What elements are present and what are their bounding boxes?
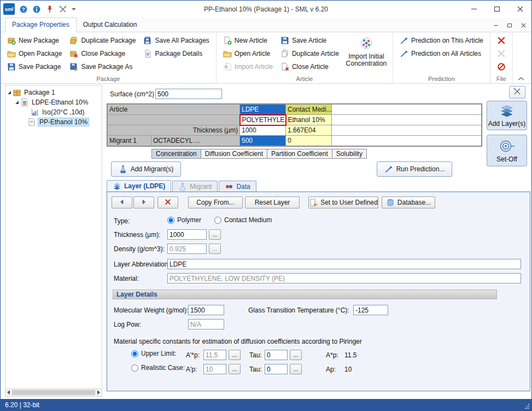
- import-initial-concentration-button[interactable]: Import Initial Concentration: [344, 34, 388, 73]
- help-icon[interactable]: ?: [19, 5, 28, 14]
- add-migrants-button[interactable]: Add Migrant(s): [111, 161, 181, 177]
- radio-realistic-case[interactable]: Realistic Case:: [131, 364, 185, 372]
- tab-diffusion-coefficient[interactable]: Diffusion Coefficient: [201, 149, 267, 159]
- tab-package-properties[interactable]: Package Properties: [5, 18, 77, 32]
- grid-layer-header-cell[interactable]: LDPE: [240, 105, 286, 115]
- scroll-left-icon[interactable]: [7, 390, 10, 395]
- grid-migrant-name-cell[interactable]: OCTADECYL ...: [151, 136, 240, 146]
- grid-filler-cell: [332, 115, 482, 125]
- grid-medium-concentration-cell[interactable]: 0: [286, 136, 332, 146]
- save-all-packages-button[interactable]: Save All Packages: [141, 34, 211, 47]
- previous-layer-button[interactable]: [112, 196, 132, 209]
- tree-item-label-selected[interactable]: PP-Ethanol 10%: [38, 118, 89, 126]
- grid-medium-thickness-cell[interactable]: 1.667E04: [286, 125, 332, 136]
- tab-output-calculation[interactable]: Output Calculation: [77, 18, 144, 32]
- surface-label: Surface (cm^2): [110, 90, 154, 98]
- tree-item-pp-ethanol[interactable]: PP-Ethanol 10%: [5, 117, 102, 127]
- tab-solubility[interactable]: Solubility: [332, 149, 367, 159]
- tree-item-package-1[interactable]: Package 1: [5, 88, 102, 97]
- save-package-as-button[interactable]: Save Package As: [67, 61, 138, 73]
- delete-layer-button[interactable]: [157, 196, 178, 209]
- grid-layer-concentration-cell[interactable]: 500: [240, 136, 286, 146]
- tab-concentration[interactable]: Concentration: [151, 149, 201, 159]
- tab-data[interactable]: Data: [219, 181, 256, 192]
- tree-item-label[interactable]: Iso(20°C ,10d): [41, 108, 86, 116]
- expander-icon[interactable]: [15, 101, 19, 104]
- database-button[interactable]: Database...: [382, 196, 435, 209]
- set-to-user-defined-label: Set to User Defined: [320, 199, 378, 206]
- radio-upper-limit[interactable]: Upper Limit:: [131, 350, 177, 357]
- mdi-close-button[interactable]: [517, 20, 529, 30]
- save-package-button[interactable]: Save Package: [5, 61, 64, 73]
- reset-layer-button[interactable]: Reset Layer: [245, 196, 300, 209]
- grid-layer-material-cell[interactable]: POLYETHYLE...: [240, 115, 286, 125]
- radio-contact-medium-input[interactable]: [214, 217, 221, 224]
- radio-contact-medium[interactable]: Contact Medium: [214, 216, 272, 224]
- prediction-all-articles-button[interactable]: Prediction on All Articles: [397, 48, 486, 60]
- realistic-tau-browse-button[interactable]: ...: [290, 364, 302, 374]
- upper-tau-browse-button[interactable]: ...: [290, 350, 302, 360]
- set-to-user-defined-button[interactable]: Set to User Defined: [308, 196, 378, 209]
- tree-horizontal-scrollbar[interactable]: [5, 388, 102, 396]
- new-article-button[interactable]: New Article: [221, 34, 275, 47]
- radio-realistic-case-input[interactable]: [131, 364, 138, 372]
- add-layers-button[interactable]: Add Layer(s): [487, 101, 527, 130]
- realistic-ap-browse-button[interactable]: ...: [229, 364, 241, 374]
- tools-icon[interactable]: [59, 5, 67, 14]
- thickness-browse-button[interactable]: ...: [209, 229, 221, 240]
- mdi-restore-button[interactable]: [504, 20, 516, 30]
- expander-icon[interactable]: [8, 91, 11, 94]
- close-button[interactable]: [508, 1, 531, 18]
- close-package-button[interactable]: Close Package: [67, 48, 138, 60]
- grid-layer-thickness-cell[interactable]: 1000: [240, 125, 286, 136]
- collapse-ribbon-icon[interactable]: [517, 76, 525, 82]
- material-label: Material:: [114, 275, 139, 282]
- pin-icon[interactable]: [45, 5, 54, 14]
- upper-result-label: A*p:: [326, 351, 338, 359]
- radio-polymer[interactable]: Polymer: [167, 216, 201, 224]
- file-close-button[interactable]: [495, 34, 508, 47]
- save-article-button[interactable]: Save Article: [278, 34, 341, 47]
- grid-medium-header-cell[interactable]: Contact Medi...: [286, 105, 332, 115]
- open-package-button[interactable]: Open Package: [5, 48, 64, 60]
- tab-layer[interactable]: Layer (LDPE): [107, 180, 171, 192]
- file-abort-button[interactable]: [495, 61, 508, 73]
- prediction-this-article-button[interactable]: Prediction on This Article: [397, 34, 486, 47]
- tab-partition-coefficient[interactable]: Partition Coefficient: [267, 149, 332, 159]
- glass-transition-input[interactable]: [353, 305, 388, 315]
- radio-polymer-input[interactable]: [167, 217, 174, 224]
- next-layer-button[interactable]: [133, 196, 154, 209]
- scroll-right-icon[interactable]: [97, 390, 100, 395]
- package-details-button[interactable]: Package Details: [141, 48, 211, 60]
- mdi-minimize-button[interactable]: [490, 20, 502, 30]
- surface-input[interactable]: [155, 89, 222, 99]
- tree-item-label[interactable]: Package 1: [23, 89, 56, 96]
- realistic-tau-input[interactable]: [265, 364, 288, 374]
- tree-item-iso-condition[interactable]: Iso(20°C ,10d): [5, 107, 102, 117]
- layer-abbreviation-input[interactable]: [167, 259, 521, 269]
- resize-grip[interactable]: [524, 403, 530, 409]
- duplicate-package-button[interactable]: Duplicate Package: [67, 34, 138, 47]
- minimize-button[interactable]: [463, 1, 486, 18]
- radio-realistic-case-label: Realistic Case:: [141, 364, 185, 372]
- close-article-button[interactable]: Close Article: [278, 61, 341, 73]
- upper-tau-input[interactable]: [265, 350, 288, 360]
- tree-item-ldpe-ethanol[interactable]: LDPE-Ethanol 10%: [5, 97, 102, 107]
- thickness-input[interactable]: [167, 229, 207, 240]
- run-prediction-button[interactable]: Run Prediction...: [377, 161, 452, 177]
- info-icon[interactable]: [32, 5, 41, 14]
- upper-ap-browse-button[interactable]: ...: [229, 350, 241, 360]
- maximize-button[interactable]: [486, 1, 508, 18]
- grid-medium-name-cell[interactable]: Ethanol 10%: [286, 115, 332, 125]
- scrollbar-thumb[interactable]: [12, 390, 95, 395]
- settings-button[interactable]: [509, 86, 525, 99]
- molecular-weight-input[interactable]: [188, 305, 224, 315]
- duplicate-article-button[interactable]: Duplicate Article: [278, 48, 341, 60]
- qat-dropdown-icon[interactable]: [72, 8, 76, 10]
- new-package-button[interactable]: New Package: [5, 34, 64, 47]
- open-article-button[interactable]: Open Article: [221, 48, 275, 60]
- radio-upper-limit-input[interactable]: [131, 350, 138, 357]
- tree-item-label[interactable]: LDPE-Ethanol 10%: [31, 99, 89, 106]
- copy-from-button[interactable]: Copy From...: [188, 196, 243, 209]
- set-off-button[interactable]: Set-Off: [487, 135, 527, 166]
